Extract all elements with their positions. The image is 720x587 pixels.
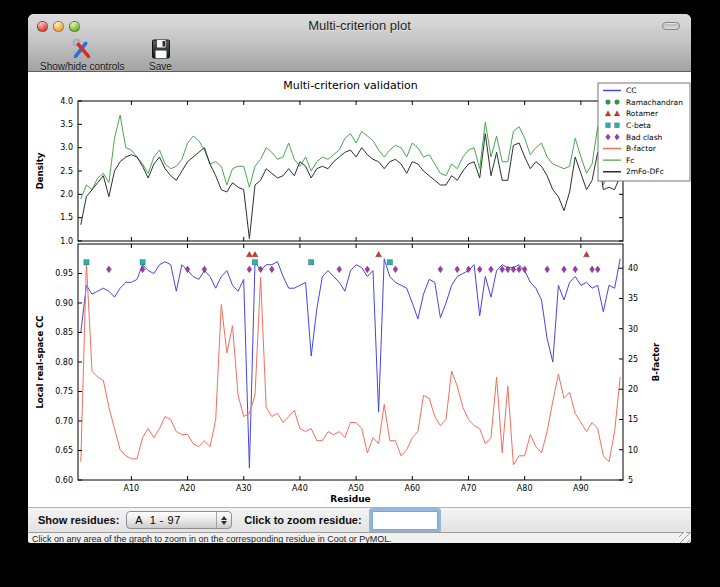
svg-text:A10: A10: [124, 484, 140, 493]
svg-text:15: 15: [628, 415, 638, 424]
svg-text:Rotamer: Rotamer: [626, 109, 659, 118]
svg-text:A70: A70: [461, 484, 477, 493]
save-icon: [149, 37, 173, 61]
status-text: Click on any area of the graph to zoom i…: [32, 534, 392, 544]
svg-text:1.0: 1.0: [60, 237, 73, 246]
app-window: Multi-criterion plot Show/hide controls: [28, 14, 691, 543]
svg-text:Local real-space CC: Local real-space CC: [35, 315, 45, 408]
svg-text:A30: A30: [236, 484, 252, 493]
svg-text:Ramachandran: Ramachandran: [626, 98, 683, 107]
svg-text:10: 10: [628, 446, 638, 455]
show-hide-controls-label: Show/hide controls: [40, 61, 125, 72]
svg-text:0.65: 0.65: [55, 446, 73, 455]
tools-icon: [69, 37, 95, 61]
residue-range-value: A 1 - 97: [127, 514, 216, 526]
svg-text:0.90: 0.90: [55, 299, 73, 308]
minimize-button[interactable]: [53, 21, 64, 32]
save-label: Save: [149, 61, 172, 72]
svg-text:1.5: 1.5: [60, 213, 73, 222]
show-residues-label: Show residues:: [38, 514, 119, 526]
svg-text:3.5: 3.5: [60, 120, 73, 129]
zoom-residue-label: Click to zoom residue:: [244, 514, 361, 526]
plot-legend: CCRamachandranRotamerC-betaBad clashB-fa…: [598, 83, 690, 181]
svg-text:2mFo-DFc: 2mFo-DFc: [626, 167, 664, 176]
svg-text:0.70: 0.70: [55, 417, 73, 426]
multi-criterion-figure[interactable]: Multi-criterion validation1.01.52.02.53.…: [28, 72, 691, 507]
chevron-down-icon: [221, 521, 227, 525]
svg-text:B-factor: B-factor: [626, 144, 657, 153]
svg-text:C-beta: C-beta: [626, 121, 651, 130]
traffic-lights: [37, 21, 80, 32]
svg-text:4.0: 4.0: [60, 97, 73, 106]
svg-text:Residue: Residue: [330, 494, 370, 504]
svg-text:3.0: 3.0: [60, 143, 73, 152]
svg-text:0.60: 0.60: [55, 476, 73, 485]
svg-text:40: 40: [628, 264, 638, 273]
svg-text:A80: A80: [517, 484, 533, 493]
zoom-residue-input[interactable]: [372, 511, 438, 530]
toolbar: Show/hide controls: [28, 36, 691, 71]
svg-text:0.80: 0.80: [55, 358, 73, 367]
svg-text:A90: A90: [573, 484, 589, 493]
svg-text:0.95: 0.95: [55, 269, 73, 278]
close-button[interactable]: [37, 21, 48, 32]
svg-text:25: 25: [628, 355, 638, 364]
save-button[interactable]: Save: [149, 37, 173, 72]
popup-stepper-icon: [216, 512, 231, 528]
plot-region: Multi-criterion validation1.01.52.02.53.…: [28, 72, 691, 507]
status-bar: Click on any area of the graph to zoom i…: [28, 532, 691, 543]
svg-text:A40: A40: [292, 484, 308, 493]
svg-text:B-factor: B-factor: [651, 342, 661, 381]
zoom-button[interactable]: [69, 21, 80, 32]
svg-text:CC: CC: [626, 86, 636, 95]
chevron-up-icon: [221, 516, 227, 520]
residue-range-select[interactable]: A 1 - 97: [126, 511, 232, 529]
svg-text:A60: A60: [404, 484, 420, 493]
resize-grip[interactable]: [679, 532, 690, 543]
svg-text:Density: Density: [35, 152, 45, 189]
svg-text:35: 35: [628, 294, 638, 303]
svg-text:A20: A20: [180, 484, 196, 493]
titlebar[interactable]: Multi-criterion plot: [28, 14, 691, 36]
svg-text:A50: A50: [348, 484, 364, 493]
svg-text:30: 30: [628, 325, 638, 334]
svg-text:0.75: 0.75: [55, 387, 73, 396]
window-chrome: Multi-criterion plot Show/hide controls: [28, 14, 691, 72]
svg-text:5: 5: [628, 476, 633, 485]
window-title: Multi-criterion plot: [88, 18, 631, 33]
svg-text:2.5: 2.5: [60, 167, 73, 176]
svg-text:Fc: Fc: [626, 156, 634, 165]
svg-text:0.85: 0.85: [55, 328, 73, 337]
svg-text:Bad clash: Bad clash: [626, 133, 663, 142]
svg-text:2.0: 2.0: [60, 190, 73, 199]
show-hide-controls-button[interactable]: Show/hide controls: [40, 37, 125, 72]
controls-bar: Show residues: A 1 - 97 Click to zoom re…: [28, 507, 691, 532]
toolbar-toggle-capsule[interactable]: [662, 22, 680, 30]
svg-text:20: 20: [628, 385, 638, 394]
svg-text:Multi-criterion validation: Multi-criterion validation: [283, 79, 418, 92]
